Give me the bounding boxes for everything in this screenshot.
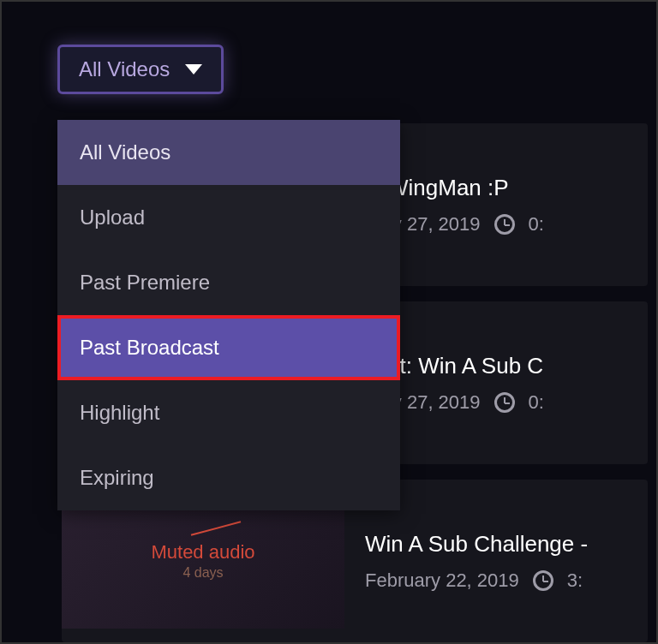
video-meta: Win A Sub Challenge - February 22, 2019 … [344, 531, 648, 592]
filter-area: All Videos All Videos Upload Past Premie… [2, 2, 656, 94]
clock-icon [494, 214, 515, 235]
video-duration: 0: [529, 213, 544, 236]
video-info-row: uary 27, 2019 0: [365, 213, 648, 236]
video-title: Win A Sub Challenge - [365, 531, 648, 558]
dropdown-label: All Videos [79, 57, 170, 81]
muted-audio-badge: Muted audio [151, 541, 254, 564]
filter-option-past-premiere[interactable]: Past Premiere [57, 250, 400, 315]
video-duration: 0: [529, 391, 544, 414]
video-title: light: Win A Sub C [365, 353, 648, 379]
clock-icon [494, 392, 515, 413]
filter-option-expiring[interactable]: Expiring [57, 445, 400, 510]
red-line-decoration [191, 521, 241, 535]
filter-option-all-videos[interactable]: All Videos [57, 120, 400, 185]
video-duration: 3: [567, 569, 583, 592]
video-info-row: February 22, 2019 3: [365, 569, 648, 592]
video-title: ly WingMan :P [365, 175, 648, 201]
filter-option-highlight[interactable]: Highlight [57, 380, 400, 445]
clock-icon [533, 570, 553, 591]
video-info-row: uary 27, 2019 0: [365, 391, 648, 414]
video-thumbnail[interactable]: Muted audio 4 days [62, 493, 344, 629]
video-filter-dropdown-menu: All Videos Upload Past Premiere Past Bro… [57, 120, 400, 510]
video-filter-dropdown-button[interactable]: All Videos [57, 45, 224, 94]
muted-audio-subtext: 4 days [182, 565, 223, 581]
filter-option-upload[interactable]: Upload [57, 185, 400, 250]
video-date: February 22, 2019 [365, 569, 519, 592]
filter-option-past-broadcast[interactable]: Past Broadcast [57, 315, 400, 380]
caret-down-icon [185, 64, 202, 75]
